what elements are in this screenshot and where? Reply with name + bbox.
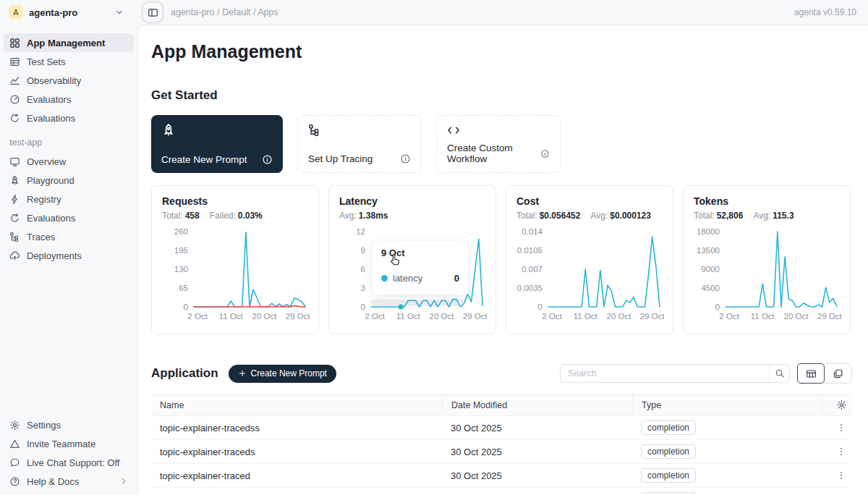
kebab-icon xyxy=(836,447,846,457)
sidebar-toggle-button[interactable] xyxy=(143,3,162,22)
svg-text:0: 0 xyxy=(715,302,720,311)
sidebar-item-label: Help & Docs xyxy=(27,476,79,487)
app-type-badge: completion xyxy=(641,468,696,483)
sidebar-item-evaluations[interactable]: Evaluations xyxy=(4,109,134,127)
sidebar-item-label: Evaluations xyxy=(27,213,75,224)
table-row[interactable]: career-assessment 27 Oct 2025 completion xyxy=(151,488,852,495)
svg-text:29 Oct: 29 Oct xyxy=(286,312,310,321)
plus-icon xyxy=(238,369,247,378)
search-icon[interactable] xyxy=(769,365,789,382)
svg-text:11 Oct: 11 Oct xyxy=(396,312,421,321)
series-dot xyxy=(381,275,388,282)
column-settings-button[interactable] xyxy=(822,394,852,415)
svg-text:6: 6 xyxy=(361,265,365,274)
svg-text:20 Oct: 20 Oct xyxy=(607,312,632,321)
search-box xyxy=(560,364,790,383)
svg-text:260: 260 xyxy=(174,227,188,236)
column-header-type[interactable]: Type xyxy=(632,394,822,415)
table-view-button[interactable] xyxy=(797,363,825,384)
info-icon[interactable] xyxy=(262,154,273,165)
svg-text:3: 3 xyxy=(361,284,365,292)
breadcrumb[interactable]: agenta-pro / Default / Apps xyxy=(171,7,278,17)
sidebar-item-settings[interactable]: Settings xyxy=(4,415,134,434)
svg-text:9000: 9000 xyxy=(701,265,720,274)
sidebar-item-invite-teammate[interactable]: Invite Teammate xyxy=(4,434,134,453)
monitor-icon xyxy=(9,156,20,167)
kebab-icon xyxy=(836,470,846,481)
sidebar-item-label: Evaluations xyxy=(27,113,75,124)
svg-text:2 Oct: 2 Oct xyxy=(365,312,385,321)
tooltip-series-label: latency xyxy=(393,273,422,284)
svg-text:11 Oct: 11 Oct xyxy=(751,312,775,321)
chart-title: Requests xyxy=(162,195,308,207)
table-row[interactable]: topic-explainer-traced 30 Oct 2025 compl… xyxy=(151,464,852,488)
requests-line-chart[interactable]: 2601951306502 Oct11 Oct20 Oct29 Oct xyxy=(162,227,308,323)
chat-bubble-icon xyxy=(9,457,20,468)
card-view-button[interactable] xyxy=(824,364,851,383)
chart-stat: Total:458 xyxy=(162,211,200,221)
app-date-modified: 30 Oct 2025 xyxy=(442,423,632,433)
panel-left-icon xyxy=(148,7,158,18)
chart-title: Cost xyxy=(516,195,663,207)
cost-line-chart[interactable]: 0.0140.01050.0070.003502 Oct11 Oct20 Oct… xyxy=(516,227,663,323)
tokens-line-chart[interactable]: 18000135009000450002 Oct11 Oct20 Oct29 O… xyxy=(694,227,840,323)
sidebar-item-test-sets[interactable]: Test Sets xyxy=(4,52,134,71)
svg-text:2 Oct: 2 Oct xyxy=(719,312,739,321)
app-date-modified: 30 Oct 2025 xyxy=(442,470,632,481)
chart-stat: Total:$0.056452 xyxy=(516,211,580,221)
sidebar-item-app-evaluations[interactable]: Evaluations xyxy=(4,208,134,227)
sidebar-item-playground[interactable]: Playground xyxy=(4,171,134,190)
sidebar-item-registry[interactable]: Registry xyxy=(4,190,134,208)
row-menu-button[interactable] xyxy=(822,447,852,457)
requests-chart-card: Requests Total:458 Failed:0.03% 26019513… xyxy=(151,185,319,334)
table-row[interactable]: topic-explainer-tracedss 30 Oct 2025 com… xyxy=(151,416,852,440)
sidebar-item-help-docs[interactable]: Help & Docs xyxy=(4,472,134,491)
sidebar-item-label: Settings xyxy=(27,420,61,431)
svg-text:0: 0 xyxy=(538,302,542,311)
sidebar-item-live-chat-support[interactable]: Live Chat Support: Off xyxy=(4,453,134,472)
chevron-down-icon xyxy=(114,7,124,17)
chart-title: Tokens xyxy=(694,195,840,207)
create-new-prompt-card[interactable]: Create New Prompt xyxy=(151,115,283,173)
top-bar: A agenta-pro agenta-pro / Default / Apps… xyxy=(0,0,868,25)
chart-stat: Avg:1.38ms xyxy=(339,211,388,221)
gear-icon xyxy=(836,399,847,410)
sidebar-item-deployments[interactable]: Deployments xyxy=(4,246,134,265)
row-menu-button[interactable] xyxy=(822,423,852,433)
svg-text:0.0105: 0.0105 xyxy=(517,246,542,255)
app-name: topic-explainer-traceds xyxy=(151,447,442,457)
workspace-switcher[interactable]: A agenta-pro xyxy=(0,5,132,20)
row-menu-button[interactable] xyxy=(822,470,852,481)
svg-text:4500: 4500 xyxy=(701,284,720,292)
info-icon[interactable] xyxy=(400,153,411,164)
column-header-date-modified[interactable]: Date Modified xyxy=(442,394,632,415)
svg-text:0.014: 0.014 xyxy=(522,227,542,236)
svg-text:13500: 13500 xyxy=(697,246,720,255)
sidebar-item-label: Playground xyxy=(27,175,75,186)
sidebar-item-traces[interactable]: Traces xyxy=(4,227,134,246)
sidebar-item-label: Overview xyxy=(27,156,66,167)
svg-text:11 Oct: 11 Oct xyxy=(574,312,598,321)
app-date-modified: 30 Oct 2025 xyxy=(442,447,632,457)
triangle-icon xyxy=(9,439,20,449)
svg-text:18000: 18000 xyxy=(697,227,720,236)
set-up-tracing-card[interactable]: Set Up Tracing xyxy=(297,115,422,173)
svg-text:9: 9 xyxy=(361,246,365,255)
table-row[interactable]: topic-explainer-traceds 30 Oct 2025 comp… xyxy=(151,440,852,464)
sidebar-item-app-management[interactable]: App Management xyxy=(4,33,134,52)
chart-title: Latency xyxy=(339,195,485,207)
lightning-icon xyxy=(9,194,20,205)
chevron-right-icon xyxy=(119,477,128,486)
sidebar-item-label: Live Chat Support: Off xyxy=(27,457,119,468)
column-header-name[interactable]: Name xyxy=(151,394,442,415)
create-new-prompt-button[interactable]: Create New Prompt xyxy=(229,365,336,383)
card-label: Create New Prompt xyxy=(161,154,247,165)
chart-stat: Total:52,806 xyxy=(694,211,743,221)
sidebar-item-observability[interactable]: Observability xyxy=(4,71,134,90)
info-icon[interactable] xyxy=(540,148,550,159)
sidebar-item-evaluators[interactable]: Evaluators xyxy=(4,90,134,109)
sidebar-item-overview[interactable]: Overview xyxy=(4,152,134,171)
svg-text:29 Oct: 29 Oct xyxy=(817,312,841,321)
create-custom-workflow-card[interactable]: Create Custom Workflow xyxy=(436,115,561,173)
search-input[interactable] xyxy=(561,368,769,378)
